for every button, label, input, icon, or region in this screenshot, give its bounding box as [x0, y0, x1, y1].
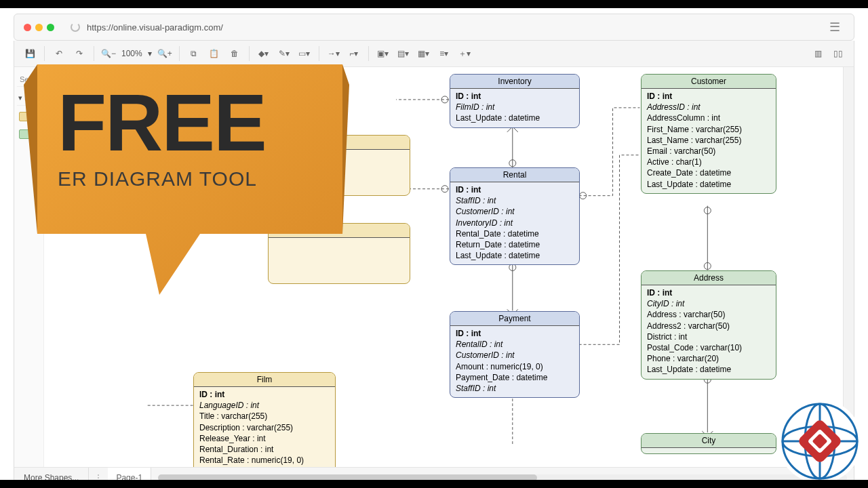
entity-column: Phone : varchar(20): [647, 353, 770, 364]
svg-point-9: [580, 192, 587, 199]
svg-marker-13: [24, 64, 37, 234]
url-text[interactable]: https://online.visual-paradigm.com/: [87, 22, 223, 33]
zoom-dropdown-icon[interactable]: ▾: [146, 49, 153, 58]
entity-inventory[interactable]: Inventory ID : intFilmID : intLast_Updat…: [450, 74, 580, 128]
entity-title: Inventory: [450, 75, 579, 89]
menu-icon[interactable]: ☰: [825, 20, 844, 35]
entity-column: Address : varchar(50): [647, 309, 770, 320]
promo-subhead: ER DIAGRAM TOOL: [58, 167, 266, 190]
entity-body: ID : intCityID : intAddress : varchar(50…: [642, 285, 776, 379]
entity-column: StaffID : int: [456, 383, 574, 394]
entity-column: ID : int: [456, 184, 574, 195]
align-icon[interactable]: ▦▾: [415, 45, 433, 62]
entity-column: Payment_Date : datetime: [456, 372, 574, 383]
svg-point-11: [441, 186, 448, 192]
entity-column: Last_Update : datetime: [456, 113, 574, 123]
zoom-level[interactable]: 100%: [120, 49, 144, 58]
entity-column: Postal_Code : varchar(10): [647, 342, 770, 353]
entity-column: First_Name : varchar(255): [647, 124, 770, 135]
entity-column: Rental_Rate : numeric(19, 0): [199, 455, 330, 466]
to-back-icon[interactable]: ▤▾: [395, 45, 412, 62]
entity-address[interactable]: Address ID : intCityID : intAddress : va…: [641, 270, 776, 380]
entity-column: Active : char(1): [647, 157, 770, 167]
add-icon[interactable]: ＋▾: [456, 45, 473, 62]
entity-column: Release_Year : int: [199, 433, 330, 444]
distribute-icon[interactable]: ≡▾: [435, 45, 453, 62]
entity-column: Rental_Date : datetime: [456, 228, 574, 239]
entity-column: Last_Update : datetime: [647, 179, 770, 190]
entity-title: City: [642, 434, 776, 448]
entity-body: ID : intAddressID : intAddressColumn : i…: [642, 89, 776, 193]
entity-column: Address2 : varchar(50): [647, 321, 770, 331]
entity-city[interactable]: City: [641, 433, 776, 454]
entity-column: ID : int: [456, 328, 574, 339]
svg-point-5: [704, 207, 711, 214]
entity-title: Film: [194, 373, 335, 387]
entity-column: FilmID : int: [456, 102, 574, 113]
maximize-dot[interactable]: [47, 24, 54, 31]
entity-column: ID : int: [647, 287, 770, 298]
entity-film[interactable]: Film ID : intLanguageID : intTitle : var…: [193, 372, 336, 467]
close-dot[interactable]: [24, 24, 31, 31]
entity-column: AddressColumn : int: [647, 113, 770, 123]
entity-payment[interactable]: Payment ID : intRentalID : intCustomerID…: [450, 311, 580, 398]
entity-column: Amount : numeric(19, 0): [456, 361, 574, 372]
entity-body: ID : intStaffID : intCustomerID : intInv…: [450, 182, 579, 264]
entity-body: [642, 448, 776, 453]
entity-column: Last_Update : datetime: [456, 250, 574, 261]
svg-point-10: [441, 96, 448, 103]
entity-rental[interactable]: Rental ID : intStaffID : intCustomerID :…: [450, 167, 580, 265]
entity-column: CustomerID : int: [456, 206, 574, 217]
svg-point-6: [704, 263, 711, 270]
entity-column: ID : int: [199, 389, 330, 400]
entity-column: Title : varchar(255): [199, 411, 330, 422]
entity-column: CityID : int: [647, 298, 770, 309]
minimize-dot[interactable]: [35, 24, 43, 31]
entity-column: LanguageID : int: [199, 400, 330, 411]
promo-headline: FREE: [58, 85, 266, 161]
entity-column: CustomerID : int: [456, 350, 574, 361]
entity-column: Rental_Duration : int: [199, 444, 330, 455]
entity-column: Return_Date : datetime: [456, 239, 574, 250]
entity-title: Rental: [450, 168, 579, 182]
format-panel-icon[interactable]: ▥: [809, 45, 827, 62]
entity-column: Email : varchar(50): [647, 146, 770, 157]
entity-body: ID : intRentalID : intCustomerID : intAm…: [450, 326, 579, 397]
entity-column: Description : varchar(255): [199, 422, 330, 433]
entity-column: InventoryID : int: [456, 218, 574, 228]
entity-column: ID : int: [456, 91, 574, 102]
entity-column: District : int: [647, 331, 770, 342]
entity-title: Customer: [642, 75, 776, 89]
entity-column: ID : int: [647, 91, 770, 102]
entity-column: StaffID : int: [456, 195, 574, 206]
entity-title: Address: [642, 271, 776, 285]
brand-logo-icon: [776, 397, 864, 485]
entity-column: AddressID : int: [647, 102, 770, 113]
entity-column: Last_Update : datetime: [647, 364, 770, 375]
entity-body: ID : intLanguageID : intTitle : varchar(…: [194, 387, 335, 467]
entity-column: RentalID : int: [456, 339, 574, 350]
to-front-icon[interactable]: ▣▾: [374, 45, 392, 62]
loading-spinner-icon: [71, 22, 80, 32]
browser-address-bar: https://online.visual-paradigm.com/ ☰: [14, 14, 854, 41]
svg-point-1: [509, 160, 516, 167]
entity-column: Last_Name : varchar(255): [647, 135, 770, 146]
window-controls: [24, 24, 54, 31]
entity-column: Length : int: [199, 466, 330, 467]
entity-body: ID : intFilmID : intLast_Update : dateti…: [450, 89, 579, 127]
promo-banner: FREE ER DIAGRAM TOOL: [24, 58, 349, 315]
entity-column: Create_Date : datetime: [647, 167, 770, 178]
outline-panel-icon[interactable]: ▯▯: [829, 45, 847, 62]
svg-marker-14: [342, 64, 349, 234]
entity-customer[interactable]: Customer ID : intAddressID : intAddressC…: [641, 74, 776, 194]
entity-title: Payment: [450, 312, 579, 326]
